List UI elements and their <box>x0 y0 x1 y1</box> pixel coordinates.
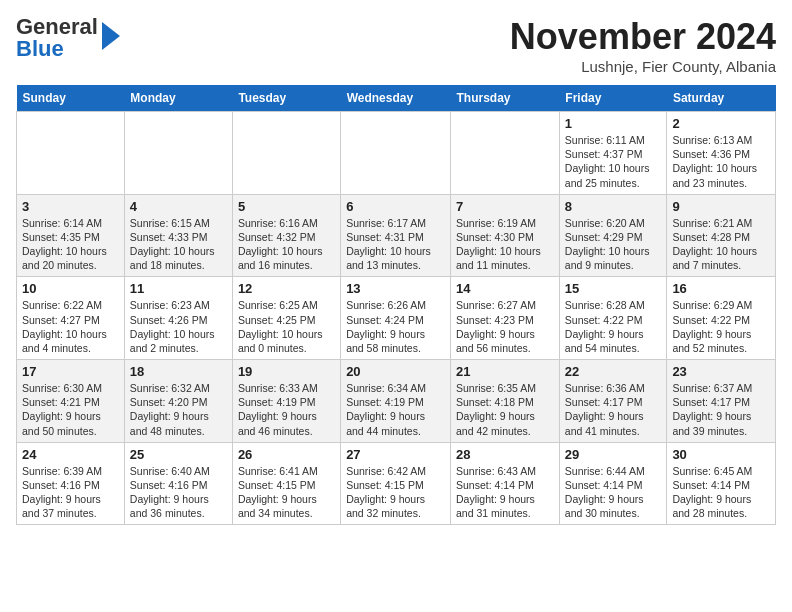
calendar-cell: 21Sunrise: 6:35 AMSunset: 4:18 PMDayligh… <box>451 360 560 443</box>
calendar-cell <box>341 112 451 195</box>
day-info: Sunrise: 6:41 AMSunset: 4:15 PMDaylight:… <box>238 464 335 521</box>
day-number: 27 <box>346 447 445 462</box>
calendar-cell: 15Sunrise: 6:28 AMSunset: 4:22 PMDayligh… <box>559 277 667 360</box>
day-info: Sunrise: 6:36 AMSunset: 4:17 PMDaylight:… <box>565 381 662 438</box>
day-info: Sunrise: 6:40 AMSunset: 4:16 PMDaylight:… <box>130 464 227 521</box>
calendar-cell: 10Sunrise: 6:22 AMSunset: 4:27 PMDayligh… <box>17 277 125 360</box>
calendar-body: 1Sunrise: 6:11 AMSunset: 4:37 PMDaylight… <box>17 112 776 525</box>
day-info: Sunrise: 6:13 AMSunset: 4:36 PMDaylight:… <box>672 133 770 190</box>
day-info: Sunrise: 6:30 AMSunset: 4:21 PMDaylight:… <box>22 381 119 438</box>
day-info: Sunrise: 6:29 AMSunset: 4:22 PMDaylight:… <box>672 298 770 355</box>
calendar-header: SundayMondayTuesdayWednesdayThursdayFrid… <box>17 85 776 112</box>
weekday-header-thursday: Thursday <box>451 85 560 112</box>
calendar-cell: 1Sunrise: 6:11 AMSunset: 4:37 PMDaylight… <box>559 112 667 195</box>
day-number: 23 <box>672 364 770 379</box>
day-info: Sunrise: 6:37 AMSunset: 4:17 PMDaylight:… <box>672 381 770 438</box>
day-info: Sunrise: 6:43 AMSunset: 4:14 PMDaylight:… <box>456 464 554 521</box>
day-info: Sunrise: 6:34 AMSunset: 4:19 PMDaylight:… <box>346 381 445 438</box>
day-info: Sunrise: 6:39 AMSunset: 4:16 PMDaylight:… <box>22 464 119 521</box>
weekday-header-saturday: Saturday <box>667 85 776 112</box>
day-number: 26 <box>238 447 335 462</box>
day-number: 13 <box>346 281 445 296</box>
day-number: 9 <box>672 199 770 214</box>
day-number: 29 <box>565 447 662 462</box>
calendar-cell: 11Sunrise: 6:23 AMSunset: 4:26 PMDayligh… <box>124 277 232 360</box>
calendar-table: SundayMondayTuesdayWednesdayThursdayFrid… <box>16 85 776 525</box>
day-number: 12 <box>238 281 335 296</box>
calendar-cell: 23Sunrise: 6:37 AMSunset: 4:17 PMDayligh… <box>667 360 776 443</box>
calendar-cell <box>17 112 125 195</box>
calendar-cell: 20Sunrise: 6:34 AMSunset: 4:19 PMDayligh… <box>341 360 451 443</box>
day-info: Sunrise: 6:20 AMSunset: 4:29 PMDaylight:… <box>565 216 662 273</box>
calendar-cell: 26Sunrise: 6:41 AMSunset: 4:15 PMDayligh… <box>232 442 340 525</box>
day-number: 24 <box>22 447 119 462</box>
page-header: General Blue November 2024 Lushnje, Fier… <box>16 16 776 75</box>
calendar-cell: 6Sunrise: 6:17 AMSunset: 4:31 PMDaylight… <box>341 194 451 277</box>
day-number: 8 <box>565 199 662 214</box>
weekday-header-friday: Friday <box>559 85 667 112</box>
day-info: Sunrise: 6:11 AMSunset: 4:37 PMDaylight:… <box>565 133 662 190</box>
calendar-cell: 25Sunrise: 6:40 AMSunset: 4:16 PMDayligh… <box>124 442 232 525</box>
day-number: 16 <box>672 281 770 296</box>
day-number: 1 <box>565 116 662 131</box>
day-info: Sunrise: 6:42 AMSunset: 4:15 PMDaylight:… <box>346 464 445 521</box>
calendar-cell <box>451 112 560 195</box>
day-info: Sunrise: 6:33 AMSunset: 4:19 PMDaylight:… <box>238 381 335 438</box>
day-number: 17 <box>22 364 119 379</box>
calendar-cell: 17Sunrise: 6:30 AMSunset: 4:21 PMDayligh… <box>17 360 125 443</box>
calendar-cell: 2Sunrise: 6:13 AMSunset: 4:36 PMDaylight… <box>667 112 776 195</box>
day-number: 6 <box>346 199 445 214</box>
calendar-cell: 3Sunrise: 6:14 AMSunset: 4:35 PMDaylight… <box>17 194 125 277</box>
calendar-cell: 9Sunrise: 6:21 AMSunset: 4:28 PMDaylight… <box>667 194 776 277</box>
weekday-header-row: SundayMondayTuesdayWednesdayThursdayFrid… <box>17 85 776 112</box>
calendar-cell: 30Sunrise: 6:45 AMSunset: 4:14 PMDayligh… <box>667 442 776 525</box>
weekday-header-monday: Monday <box>124 85 232 112</box>
calendar-cell: 19Sunrise: 6:33 AMSunset: 4:19 PMDayligh… <box>232 360 340 443</box>
day-info: Sunrise: 6:19 AMSunset: 4:30 PMDaylight:… <box>456 216 554 273</box>
calendar-cell: 4Sunrise: 6:15 AMSunset: 4:33 PMDaylight… <box>124 194 232 277</box>
day-number: 4 <box>130 199 227 214</box>
day-number: 20 <box>346 364 445 379</box>
calendar-cell: 14Sunrise: 6:27 AMSunset: 4:23 PMDayligh… <box>451 277 560 360</box>
day-info: Sunrise: 6:35 AMSunset: 4:18 PMDaylight:… <box>456 381 554 438</box>
day-number: 18 <box>130 364 227 379</box>
calendar-week-4: 17Sunrise: 6:30 AMSunset: 4:21 PMDayligh… <box>17 360 776 443</box>
day-info: Sunrise: 6:23 AMSunset: 4:26 PMDaylight:… <box>130 298 227 355</box>
calendar-week-5: 24Sunrise: 6:39 AMSunset: 4:16 PMDayligh… <box>17 442 776 525</box>
day-number: 7 <box>456 199 554 214</box>
calendar-cell: 29Sunrise: 6:44 AMSunset: 4:14 PMDayligh… <box>559 442 667 525</box>
calendar-cell: 16Sunrise: 6:29 AMSunset: 4:22 PMDayligh… <box>667 277 776 360</box>
day-number: 10 <box>22 281 119 296</box>
calendar-cell: 8Sunrise: 6:20 AMSunset: 4:29 PMDaylight… <box>559 194 667 277</box>
logo-blue: Blue <box>16 36 64 61</box>
location-subtitle: Lushnje, Fier County, Albania <box>510 58 776 75</box>
day-info: Sunrise: 6:32 AMSunset: 4:20 PMDaylight:… <box>130 381 227 438</box>
calendar-week-2: 3Sunrise: 6:14 AMSunset: 4:35 PMDaylight… <box>17 194 776 277</box>
logo-arrow-icon <box>102 22 120 50</box>
day-number: 30 <box>672 447 770 462</box>
calendar-cell: 22Sunrise: 6:36 AMSunset: 4:17 PMDayligh… <box>559 360 667 443</box>
weekday-header-wednesday: Wednesday <box>341 85 451 112</box>
calendar-cell: 13Sunrise: 6:26 AMSunset: 4:24 PMDayligh… <box>341 277 451 360</box>
title-block: November 2024 Lushnje, Fier County, Alba… <box>510 16 776 75</box>
calendar-cell <box>232 112 340 195</box>
day-number: 14 <box>456 281 554 296</box>
calendar-cell: 27Sunrise: 6:42 AMSunset: 4:15 PMDayligh… <box>341 442 451 525</box>
calendar-cell: 5Sunrise: 6:16 AMSunset: 4:32 PMDaylight… <box>232 194 340 277</box>
weekday-header-sunday: Sunday <box>17 85 125 112</box>
day-number: 28 <box>456 447 554 462</box>
day-number: 3 <box>22 199 119 214</box>
day-number: 5 <box>238 199 335 214</box>
day-info: Sunrise: 6:25 AMSunset: 4:25 PMDaylight:… <box>238 298 335 355</box>
logo: General Blue <box>16 16 120 60</box>
day-number: 22 <box>565 364 662 379</box>
day-info: Sunrise: 6:21 AMSunset: 4:28 PMDaylight:… <box>672 216 770 273</box>
calendar-week-3: 10Sunrise: 6:22 AMSunset: 4:27 PMDayligh… <box>17 277 776 360</box>
day-info: Sunrise: 6:44 AMSunset: 4:14 PMDaylight:… <box>565 464 662 521</box>
day-number: 11 <box>130 281 227 296</box>
day-info: Sunrise: 6:22 AMSunset: 4:27 PMDaylight:… <box>22 298 119 355</box>
day-info: Sunrise: 6:16 AMSunset: 4:32 PMDaylight:… <box>238 216 335 273</box>
day-info: Sunrise: 6:27 AMSunset: 4:23 PMDaylight:… <box>456 298 554 355</box>
calendar-cell: 12Sunrise: 6:25 AMSunset: 4:25 PMDayligh… <box>232 277 340 360</box>
calendar-cell: 28Sunrise: 6:43 AMSunset: 4:14 PMDayligh… <box>451 442 560 525</box>
